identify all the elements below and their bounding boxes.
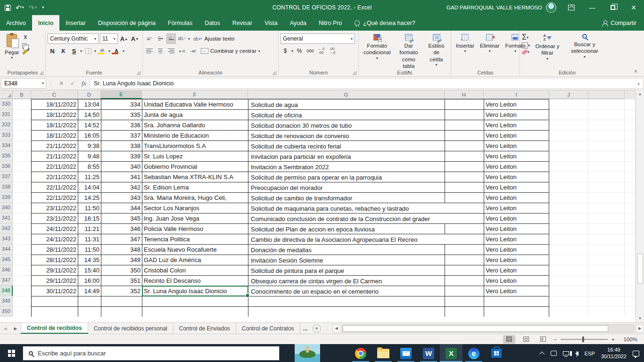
align-center-icon[interactable] bbox=[156, 46, 165, 56]
clock[interactable]: 16:49 30/11/2022 bbox=[601, 347, 627, 360]
cell-H345[interactable]: Vero Leiton bbox=[484, 255, 549, 265]
cell-H336[interactable]: Vero Leiton bbox=[484, 161, 549, 172]
cell-B330[interactable]: 18/11/2022 bbox=[31, 99, 78, 109]
row-header-343[interactable]: 343 bbox=[0, 234, 13, 244]
taskbar-app-store[interactable] bbox=[485, 344, 508, 362]
formula-input[interactable]: Sr. Luna Angulo Isaac Dionicio bbox=[90, 78, 635, 89]
cell-I334[interactable] bbox=[549, 140, 588, 151]
paste-button[interactable]: Pegar ▾ bbox=[2, 33, 22, 62]
cell-F341[interactable]: Comunicado conclusión de contrato de la … bbox=[248, 213, 445, 223]
cell-J348[interactable] bbox=[588, 286, 625, 296]
cell-I341[interactable] bbox=[549, 213, 588, 223]
page-layout-view-button[interactable] bbox=[520, 335, 532, 344]
normal-view-button[interactable] bbox=[503, 335, 515, 344]
restore-button[interactable] bbox=[603, 0, 623, 15]
fill-color-button[interactable] bbox=[98, 48, 107, 54]
cell-partial-330[interactable] bbox=[625, 99, 636, 109]
cell-A346[interactable] bbox=[13, 265, 31, 275]
font-name-combobox[interactable]: Century Gothic▾ bbox=[48, 33, 99, 44]
cell-D342[interactable]: 346 bbox=[101, 223, 142, 234]
cell-partial-332[interactable] bbox=[625, 120, 636, 130]
cell-I336[interactable] bbox=[549, 161, 588, 172]
taskbar-app-word[interactable]: W bbox=[417, 344, 440, 362]
cell-C349[interactable] bbox=[78, 296, 101, 306]
align-left-icon[interactable] bbox=[145, 46, 154, 56]
cell-B333[interactable]: 18/11/2022 bbox=[31, 130, 78, 140]
taskbar-app-explorer[interactable] bbox=[372, 344, 395, 362]
zoom-slider-handle[interactable] bbox=[582, 337, 584, 342]
cell-B350[interactable] bbox=[31, 306, 78, 317]
horizontal-scroll-thumb[interactable] bbox=[343, 325, 609, 332]
cell-I338[interactable] bbox=[549, 182, 588, 192]
cell-C342[interactable]: 11:21 bbox=[78, 223, 101, 234]
comma-format-icon[interactable]: 000 bbox=[305, 46, 315, 56]
increase-indent-icon[interactable]: ⇥≡ bbox=[188, 46, 198, 56]
cell-partial-347[interactable] bbox=[625, 275, 636, 286]
ribbon-tab-vista[interactable]: Vista bbox=[258, 15, 284, 31]
account-avatar[interactable] bbox=[546, 2, 556, 13]
cell-A349[interactable] bbox=[13, 296, 31, 306]
cell-A337[interactable] bbox=[13, 172, 31, 182]
cell-E347[interactable]: Recinto El Descanso bbox=[142, 275, 248, 286]
cell-I331[interactable] bbox=[549, 109, 588, 120]
row-header-337[interactable]: 337 bbox=[0, 172, 13, 182]
cell-D338[interactable]: 342 bbox=[101, 182, 142, 192]
customize-qat-icon[interactable]: ▾ bbox=[41, 6, 44, 9]
scroll-up-icon[interactable]: ▲ bbox=[638, 90, 642, 98]
cell-F348[interactable]: Conociminento de un espacio en el cement… bbox=[248, 286, 445, 296]
cell-J332[interactable] bbox=[588, 120, 625, 130]
cell-styles-button[interactable]: Estilos de celda ▾ bbox=[424, 33, 449, 76]
row-header-331[interactable]: 331 bbox=[0, 109, 13, 120]
cell-C336[interactable]: 8:55 bbox=[78, 161, 101, 172]
cell-J341[interactable] bbox=[588, 213, 625, 223]
cell-partial-331[interactable] bbox=[625, 109, 636, 120]
cell-F336[interactable]: Invitación a Sembraton 2022 bbox=[248, 161, 445, 172]
more-sheets-button[interactable]: ... bbox=[300, 323, 311, 334]
sheet-nav-right-icon[interactable]: ▶ bbox=[10, 323, 21, 334]
vertical-scroll-thumb[interactable] bbox=[637, 254, 643, 284]
decrease-decimal-icon[interactable]: .00→,0 bbox=[327, 46, 337, 56]
column-header-B[interactable]: B bbox=[13, 90, 31, 99]
cell-B339[interactable]: 22/11/2022 bbox=[31, 192, 78, 203]
scroll-right-icon[interactable]: ▶ bbox=[636, 324, 644, 333]
cell-A342[interactable] bbox=[13, 223, 31, 234]
cell-E334[interactable]: TransLluniormotos S.A bbox=[142, 140, 248, 151]
cell-E346[interactable]: Cristobal Colon bbox=[142, 265, 248, 275]
scroll-left-icon[interactable]: ◀ bbox=[332, 324, 341, 333]
cell-A350[interactable] bbox=[13, 306, 31, 317]
cell-H335[interactable]: Vero Leiton bbox=[484, 151, 549, 161]
cell-I345[interactable] bbox=[549, 255, 588, 265]
cell-partial-341[interactable] bbox=[625, 213, 636, 223]
cell-J350[interactable] bbox=[588, 306, 625, 317]
cell-I342[interactable] bbox=[549, 223, 588, 234]
row-header-330[interactable]: 330 bbox=[0, 99, 13, 109]
network-icon[interactable] bbox=[563, 351, 569, 355]
row-header-347[interactable]: 347 bbox=[0, 275, 13, 286]
cell-F333[interactable]: Solicitud de renovacion de convenio bbox=[248, 130, 445, 140]
copy-icon[interactable] bbox=[22, 43, 26, 49]
cut-icon[interactable] bbox=[22, 34, 29, 41]
cell-I339[interactable] bbox=[549, 192, 588, 203]
cell-D333[interactable]: 337 bbox=[101, 130, 142, 140]
cell-F346[interactable]: Solicitud de pintura para el parque bbox=[248, 265, 445, 275]
ribbon-tab-disposici-n-de-p-gina[interactable]: Disposición de página bbox=[92, 15, 162, 31]
cell-B332[interactable]: 18/11/2022 bbox=[31, 120, 78, 130]
cell-F338[interactable]: Preocupacion del morador bbox=[248, 182, 445, 192]
cell-partial-336[interactable] bbox=[625, 161, 636, 172]
alignment-dialog-launcher[interactable] bbox=[272, 71, 276, 75]
cell-C330[interactable]: 13:04 bbox=[78, 99, 101, 109]
cell-J335[interactable] bbox=[588, 151, 625, 161]
column-header-F[interactable]: F bbox=[142, 90, 248, 99]
cell-D331[interactable]: 335 bbox=[101, 109, 142, 120]
insert-function-icon[interactable]: fx bbox=[78, 80, 90, 87]
align-bottom-icon[interactable] bbox=[166, 33, 176, 44]
cell-I333[interactable] bbox=[549, 130, 588, 140]
collapse-ribbon-icon[interactable]: ∧ bbox=[634, 68, 637, 74]
cell-partial-335[interactable] bbox=[625, 151, 636, 161]
cell-D336[interactable]: 340 bbox=[101, 161, 142, 172]
cell-I332[interactable] bbox=[549, 120, 588, 130]
align-right-icon[interactable] bbox=[166, 46, 176, 56]
sheet-tab-control-de-contratos[interactable]: Control de Contratos bbox=[236, 323, 300, 334]
italic-button[interactable]: K bbox=[58, 46, 68, 56]
taskbar-app-excel[interactable]: X bbox=[440, 344, 462, 362]
